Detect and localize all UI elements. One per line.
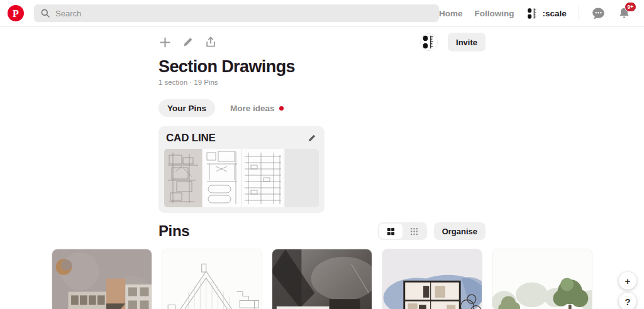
pins-header-row: Pins bbox=[158, 222, 486, 240]
pin-card-3[interactable] bbox=[272, 249, 372, 309]
pin-image-landscape-render bbox=[492, 249, 592, 309]
pinterest-p-glyph: P bbox=[13, 8, 19, 19]
edit-section-button[interactable] bbox=[307, 133, 317, 143]
organise-button[interactable]: Organise bbox=[434, 222, 486, 240]
profile-username: :scale bbox=[543, 9, 567, 18]
section-thumbnails bbox=[164, 149, 319, 207]
user-avatar bbox=[526, 8, 538, 19]
share-icon bbox=[204, 36, 217, 48]
messages-button[interactable] bbox=[591, 6, 606, 21]
tab-more-ideas-label: More ideas bbox=[230, 104, 275, 113]
large-grid-icon bbox=[386, 227, 396, 236]
board-tabs: Your Pins More ideas bbox=[158, 99, 486, 117]
section-card-cad-line[interactable]: CAD LINE bbox=[158, 126, 325, 213]
section-thumbnail-1[interactable] bbox=[164, 149, 202, 207]
pin-card-2[interactable] bbox=[162, 249, 262, 309]
add-pin-to-board-button[interactable] bbox=[158, 36, 172, 49]
chat-icon bbox=[591, 6, 606, 21]
board-meta: 1 section · 19 Pins bbox=[158, 79, 486, 86]
pins-heading: Pins bbox=[158, 222, 189, 240]
nav-home[interactable]: Home bbox=[439, 9, 463, 18]
search-input[interactable] bbox=[55, 9, 433, 18]
profile-link[interactable]: :scale bbox=[526, 8, 567, 19]
pinterest-logo[interactable]: P bbox=[8, 5, 24, 21]
notifications-button[interactable]: 9+ bbox=[618, 6, 631, 20]
section-thumbnail-3[interactable] bbox=[242, 149, 284, 207]
plus-icon bbox=[158, 36, 172, 49]
pin-image-charcoal-section bbox=[272, 249, 372, 309]
help-fab-button[interactable]: ? bbox=[619, 293, 636, 309]
tab-your-pins[interactable]: Your Pins bbox=[158, 99, 215, 117]
small-grid-icon bbox=[409, 227, 419, 236]
pin-card-5[interactable] bbox=[492, 249, 592, 309]
small-grid-view-button[interactable] bbox=[402, 224, 426, 239]
new-ideas-dot bbox=[279, 106, 284, 111]
section-thumbnail-2[interactable] bbox=[203, 149, 241, 207]
pin-card-1[interactable] bbox=[52, 249, 152, 309]
pin-card-4[interactable] bbox=[382, 249, 482, 309]
board-page: Invite Section Drawings 1 section · 19 P… bbox=[0, 32, 644, 309]
large-grid-view-button[interactable] bbox=[379, 224, 402, 239]
tab-your-pins-label: Your Pins bbox=[167, 104, 206, 113]
share-board-button[interactable] bbox=[204, 36, 217, 48]
collaborator-avatar[interactable] bbox=[420, 33, 438, 51]
search-bar[interactable] bbox=[34, 4, 439, 22]
board-title: Section Drawings bbox=[158, 57, 486, 77]
pin-image-elevation-render bbox=[52, 249, 152, 309]
search-icon bbox=[40, 8, 50, 18]
tab-more-ideas[interactable]: More ideas bbox=[221, 99, 292, 117]
pencil-icon bbox=[307, 133, 317, 143]
pencil-icon bbox=[182, 36, 194, 48]
floating-buttons: + ? bbox=[619, 272, 636, 309]
pin-image-watercolor-section bbox=[382, 249, 482, 309]
nav-divider bbox=[579, 6, 579, 20]
pin-grid bbox=[52, 249, 592, 309]
notification-badge: 9+ bbox=[625, 2, 636, 12]
section-title: CAD LINE bbox=[166, 132, 216, 144]
view-mode-toggle bbox=[378, 222, 427, 240]
section-thumbnail-empty bbox=[285, 149, 319, 207]
top-nav-links: Home Following :scale bbox=[439, 6, 644, 21]
edit-board-button[interactable] bbox=[182, 36, 194, 48]
top-nav-bar: P Home Following :scale bbox=[0, 0, 644, 27]
invite-button[interactable]: Invite bbox=[448, 33, 486, 52]
nav-following[interactable]: Following bbox=[475, 9, 514, 18]
create-pin-fab-button[interactable]: + bbox=[619, 272, 636, 290]
pin-image-line-section bbox=[162, 249, 262, 309]
board-actions-row: Invite bbox=[158, 32, 486, 52]
